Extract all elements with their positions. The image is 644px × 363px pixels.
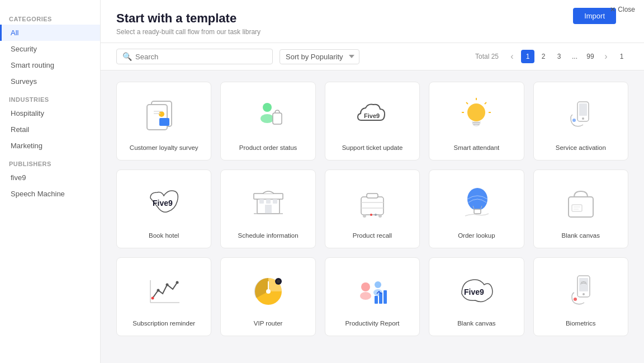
sidebar-item-security[interactable]: Security — [0, 41, 100, 57]
svg-rect-66 — [579, 278, 588, 291]
template-service-activation[interactable]: Service activation — [533, 82, 628, 161]
page-1-button[interactable]: 1 — [521, 50, 534, 63]
search-icon: 🔍 — [122, 52, 132, 61]
sort-select[interactable]: Sort by Popularity Sort by Name Sort by … — [280, 49, 359, 64]
template-subscription-reminder[interactable]: Subscription reminder — [116, 257, 211, 336]
page-2-button[interactable]: 2 — [537, 50, 550, 63]
main-content: Start with a template Select a ready-bui… — [101, 0, 644, 363]
template-label-product-recall: Product recall — [353, 232, 392, 240]
sidebar: Categories All Security Smart routing Su… — [0, 0, 101, 363]
page-3-button[interactable]: 3 — [552, 50, 566, 63]
sidebar-item-five9[interactable]: five9 — [0, 169, 100, 186]
template-label-support-ticket: Support ticket update — [342, 144, 403, 152]
svg-rect-43 — [572, 205, 582, 211]
svg-rect-19 — [579, 103, 587, 116]
template-smart-attendant[interactable]: Smart attendant — [429, 82, 524, 161]
svg-text:Five9: Five9 — [153, 199, 173, 208]
toolbar: 🔍 Sort by Popularity Sort by Name Sort b… — [101, 43, 644, 70]
sidebar-item-hospitality[interactable]: Hospitality — [0, 105, 100, 121]
template-icon-customer-loyalty — [141, 93, 186, 138]
svg-point-49 — [157, 289, 160, 291]
template-vip-router[interactable]: VIP router — [220, 257, 315, 336]
template-icon-book-hotel: Five9 — [141, 181, 186, 226]
template-icon-schedule-info — [246, 181, 291, 226]
prev-page-button[interactable]: ‹ — [505, 50, 519, 63]
close-button[interactable]: ✕ Close — [610, 6, 635, 13]
industries-label: Industries — [0, 89, 100, 105]
template-icon-blank-canvas-1 — [558, 181, 603, 226]
svg-point-51 — [176, 281, 179, 284]
sidebar-item-retail[interactable]: Retail — [0, 121, 100, 138]
template-label-schedule-info: Schedule information — [238, 232, 299, 240]
svg-rect-2 — [159, 118, 169, 126]
search-box[interactable]: 🔍 — [116, 49, 273, 64]
total-count: Total 25 — [475, 53, 499, 60]
search-input[interactable] — [135, 53, 267, 61]
svg-rect-24 — [254, 194, 283, 199]
next-page-button[interactable]: › — [599, 50, 613, 63]
template-blank-canvas-2[interactable]: Five9 Blank canvas — [429, 257, 524, 336]
template-label-vip-router: VIP router — [254, 319, 283, 328]
svg-point-56 — [277, 280, 280, 283]
svg-point-59 — [375, 281, 381, 288]
template-product-recall[interactable]: Product recall — [325, 169, 420, 248]
template-order-lookup[interactable]: Order lookup — [429, 169, 524, 248]
template-icon-product-order — [246, 93, 291, 138]
svg-point-37 — [375, 214, 377, 216]
template-label-service-activation: Service activation — [556, 144, 606, 152]
template-product-order[interactable]: Product order status — [220, 82, 315, 161]
svg-rect-28 — [265, 205, 272, 214]
svg-point-21 — [572, 119, 576, 122]
svg-point-57 — [361, 282, 370, 291]
template-icon-smart-attendant — [454, 93, 499, 138]
page-ellipsis: ... — [568, 50, 581, 63]
sidebar-item-marketing[interactable]: Marketing — [0, 138, 100, 154]
pagination: Total 25 ‹ 1 2 3 ... 99 › 1 — [475, 50, 628, 63]
template-icon-vip-router — [246, 269, 291, 314]
template-icon-support-ticket: Five9 — [350, 93, 395, 138]
svg-text:Five9: Five9 — [464, 287, 484, 296]
template-icon-service-activation — [558, 93, 603, 138]
template-schedule-info[interactable]: Schedule information — [220, 169, 315, 248]
svg-line-16 — [466, 102, 468, 104]
template-grid-container: Customer loyalty survey Product order st… — [101, 70, 644, 363]
template-biometrics[interactable]: Biometrics — [533, 257, 628, 336]
template-label-blank-canvas-1: Blank canvas — [562, 232, 600, 240]
publishers-label: Publishers — [0, 154, 100, 169]
template-icon-productivity-report — [350, 269, 395, 314]
svg-rect-25 — [259, 199, 264, 204]
template-icon-blank-canvas-2: Five9 — [454, 269, 499, 314]
svg-point-36 — [370, 214, 372, 216]
template-icon-product-recall — [350, 181, 395, 226]
template-label-biometrics: Biometrics — [566, 319, 596, 328]
template-support-ticket[interactable]: Five9 Support ticket update — [325, 82, 420, 161]
template-customer-loyalty[interactable]: Customer loyalty survey — [116, 82, 211, 161]
sidebar-item-surveys[interactable]: Surveys — [0, 73, 100, 89]
svg-point-34 — [363, 214, 366, 218]
template-label-product-order: Product order status — [239, 144, 297, 152]
template-label-productivity-report: Productivity Report — [345, 319, 399, 328]
goto-page-input[interactable]: 1 — [615, 50, 628, 63]
template-productivity-report[interactable]: Productivity Report — [325, 257, 420, 336]
template-blank-canvas-1[interactable]: Blank canvas — [533, 169, 628, 248]
svg-rect-30 — [361, 197, 383, 215]
categories-label: Categories — [0, 9, 100, 25]
template-label-subscription-reminder: Subscription reminder — [132, 319, 195, 328]
svg-point-3 — [159, 111, 164, 117]
sidebar-item-speech-machine[interactable]: Speech Machine — [0, 186, 100, 202]
template-icon-biometrics — [558, 269, 603, 314]
template-label-smart-attendant: Smart attendant — [453, 144, 499, 152]
close-icon: ✕ — [610, 6, 615, 13]
page-title: Start with a template — [116, 11, 628, 26]
sidebar-item-all[interactable]: All — [0, 25, 100, 41]
svg-rect-62 — [379, 293, 382, 304]
svg-rect-63 — [383, 290, 387, 304]
template-label-order-lookup: Order lookup — [458, 232, 495, 240]
svg-point-35 — [378, 214, 382, 218]
page-99-button[interactable]: 99 — [584, 50, 597, 63]
sidebar-item-smart-routing[interactable]: Smart routing — [0, 57, 100, 73]
page-subtitle: Select a ready-built call flow from our … — [116, 28, 628, 36]
template-book-hotel[interactable]: Five9 Book hotel — [116, 169, 211, 248]
svg-point-50 — [166, 283, 169, 286]
template-icon-subscription-reminder — [141, 269, 186, 314]
